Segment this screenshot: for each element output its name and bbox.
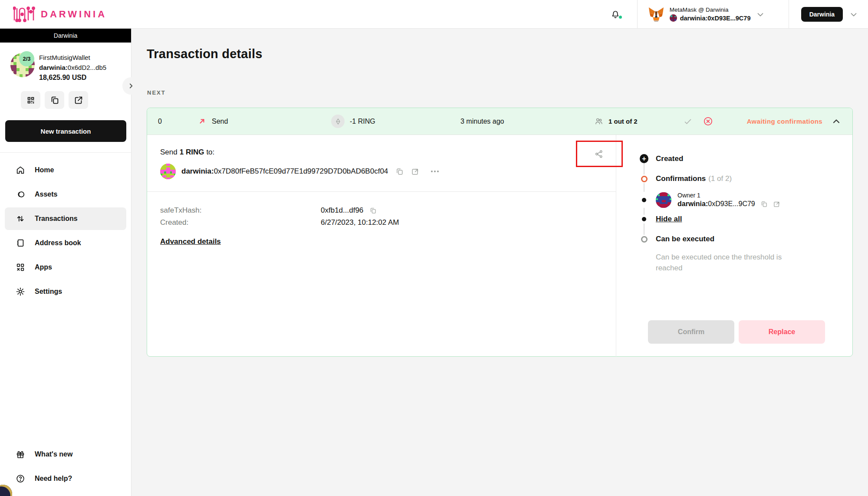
new-transaction-button[interactable]: New transaction — [5, 120, 126, 142]
safe-balance: 18,625.90 USD — [39, 74, 126, 82]
main-content: Transaction details NEXT 0 Send -1 RING — [132, 29, 868, 496]
copy-owner-button[interactable] — [760, 200, 768, 208]
owner-meta: Owner 1 darwinia:0xD93E...9C79 — [677, 192, 780, 208]
brand-text: DARWINIA — [41, 9, 107, 20]
tx-amount: -1 RING — [350, 118, 375, 125]
tx-status-cluster: Awaiting confirmations — [683, 116, 842, 127]
copy-safetxhash-button[interactable] — [369, 207, 377, 214]
external-link-icon — [411, 168, 419, 176]
whats-new-button[interactable]: What's new — [5, 443, 126, 466]
tx-type-cell: Send — [198, 117, 331, 125]
confirmations-label: Confirmations(1 of 2) — [656, 174, 732, 183]
provider-info: MetaMask @ Darwinia darwinia:0xD93E...9C… — [670, 7, 751, 22]
qr-code-icon — [26, 95, 36, 105]
sidebar-item-label: Transactions — [35, 215, 78, 223]
wallet-provider-selector[interactable]: MetaMask @ Darwinia darwinia:0xD93E...9C… — [637, 0, 789, 28]
timeline-actions: Confirm Replace — [648, 320, 825, 344]
qr-code-button[interactable] — [21, 91, 40, 109]
owner-address-prefix: darwinia: — [677, 200, 708, 207]
confirmations-circle-icon — [640, 176, 648, 182]
copy-icon — [50, 95, 59, 105]
sidebar-item-settings[interactable]: Settings — [5, 280, 126, 303]
open-explorer-button[interactable] — [69, 91, 88, 109]
sidebar-footer: What's new Need help? — [0, 441, 131, 492]
share-transaction-button[interactable] — [594, 149, 604, 159]
transaction-summary-row[interactable]: 0 Send -1 RING 3 minutes ago — [147, 108, 852, 135]
provider-address: darwinia:0xD93E...9C79 — [680, 15, 751, 22]
safe-header: FirstMutisigWallet darwinia:0x6dD2...db5… — [0, 43, 131, 109]
network-selector[interactable]: Darwinia — [789, 0, 868, 28]
safetxhash-label: safeTxHash: — [160, 206, 321, 215]
owner-index-label: Owner 1 — [677, 192, 780, 199]
confirmations-text: Confirmations — [656, 174, 706, 183]
transactions-icon — [16, 214, 25, 223]
darwinia-logo-icon — [13, 7, 36, 22]
recipient-address-prefix: darwinia: — [181, 167, 214, 175]
safetxhash-value: 0xfb1d...df96 — [321, 206, 363, 215]
copy-icon — [369, 207, 377, 214]
threshold-badge: 2/3 — [19, 51, 34, 66]
timeline-connector — [644, 223, 644, 235]
transaction-card: 0 Send -1 RING 3 minutes ago — [147, 108, 853, 357]
settings-gear-icon — [16, 287, 25, 296]
owner-address-row: darwinia:0xD93E...9C79 — [677, 200, 780, 208]
sidebar-item-home[interactable]: Home — [5, 159, 126, 181]
recipient-avatar — [160, 164, 176, 179]
need-help-button[interactable]: Need help? — [5, 467, 126, 490]
sidebar-item-apps[interactable]: Apps — [5, 256, 126, 279]
timeline-panel: + Created Confirmations(1 of 2) — [616, 135, 852, 357]
network-banner: Darwinia — [0, 29, 131, 43]
copy-icon — [760, 200, 768, 208]
can-be-executed-label: Can be executed — [656, 235, 714, 243]
timeline-connector — [644, 183, 644, 192]
timeline-connector — [644, 208, 644, 215]
safe-address-value: 0x6dD2...db5 — [68, 64, 106, 71]
hide-all-link[interactable]: Hide all — [656, 215, 682, 223]
owners-icon — [594, 117, 603, 126]
recipient-address-value: 0x7D80fFeB57fcE09d77E1d99729D7D0bAD6B0cf… — [214, 167, 388, 175]
app-screen: DARWINIA — [0, 0, 868, 496]
chevron-up-icon[interactable] — [831, 116, 842, 127]
confirm-check-icon — [683, 117, 693, 126]
copy-address-button[interactable] — [45, 91, 64, 109]
safe-quick-actions — [10, 82, 131, 109]
timeline-confirmations: Confirmations(1 of 2) — [640, 174, 835, 183]
created-label: Created — [656, 154, 683, 163]
sidebar-collapse-button[interactable] — [122, 77, 140, 95]
chevron-down-icon — [849, 10, 858, 19]
safe-name: FirstMutisigWallet — [39, 54, 126, 61]
network-pill[interactable]: Darwinia — [801, 7, 843, 22]
confirmations-count: (1 of 2) — [708, 174, 732, 183]
replace-button[interactable]: Replace — [739, 320, 825, 344]
tx-time: 3 minutes ago — [460, 118, 594, 125]
metamask-icon — [648, 7, 664, 22]
assets-icon — [16, 190, 25, 199]
question-circle-icon — [16, 474, 25, 483]
hide-all-dot-icon — [640, 217, 648, 221]
home-icon — [16, 165, 25, 175]
recipient-row: darwinia:0x7D80fFeB57fcE09d77E1d99729D7D… — [160, 164, 603, 179]
send-word: Send — [160, 148, 178, 157]
confirm-button[interactable]: Confirm — [648, 320, 734, 344]
tx-status-badge: Awaiting confirmations — [747, 118, 822, 125]
timeline-owner: Owner 1 darwinia:0xD93E...9C79 — [640, 192, 835, 208]
recipient-explorer-button[interactable] — [411, 168, 419, 176]
sidebar-item-address-book[interactable]: Address book — [5, 232, 126, 254]
owner-mini-avatar — [670, 14, 677, 22]
advanced-details-link[interactable]: Advanced details — [160, 237, 221, 246]
notifications-button[interactable] — [594, 0, 637, 28]
sidebar-item-transactions[interactable]: Transactions — [5, 207, 126, 230]
darwinia-logo[interactable]: DARWINIA — [0, 7, 107, 22]
provider-name: MetaMask @ Darwinia — [670, 7, 751, 13]
sidebar-item-assets[interactable]: Assets — [5, 183, 126, 206]
owner-explorer-button[interactable] — [773, 200, 780, 208]
copy-icon — [395, 168, 404, 176]
created-value: 6/27/2023, 10:12:02 AM — [321, 218, 399, 227]
gift-icon — [16, 450, 25, 459]
timeline-can-be-executed: Can be executed — [640, 235, 835, 243]
address-book-icon — [16, 238, 25, 248]
copy-recipient-button[interactable] — [395, 168, 404, 176]
more-options-icon[interactable] — [431, 171, 439, 172]
sidebar-item-label: Apps — [35, 263, 52, 271]
timeline-hide-all: Hide all — [640, 215, 835, 223]
